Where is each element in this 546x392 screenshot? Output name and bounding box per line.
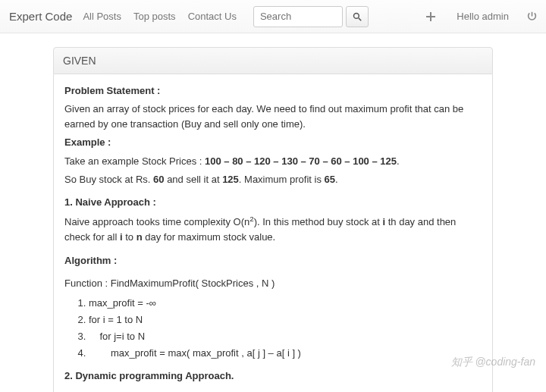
example-line: Take an example Stock Prices : 100 – 80 … bbox=[64, 154, 482, 169]
nav-contact[interactable]: Contact Us bbox=[188, 11, 237, 22]
nav-all-posts[interactable]: All Posts bbox=[83, 11, 121, 22]
function-signature: Function : FindMaximumProfit( StockPrice… bbox=[64, 276, 482, 291]
algo-step: max_profit = max( max_profit , a[ j ] – … bbox=[89, 346, 482, 361]
heading-naive: 1. Naive Approach : bbox=[64, 195, 482, 210]
nav-top-posts[interactable]: Top posts bbox=[133, 11, 176, 22]
brand[interactable]: Expert Code bbox=[9, 10, 72, 23]
naive-text: Naive approach tooks time complexity O(n… bbox=[64, 213, 482, 246]
heading-dp: 2. Dynamic programming Approach. bbox=[64, 368, 482, 384]
panel-body: Problem Statement : Given an array of st… bbox=[53, 74, 493, 392]
search-form bbox=[253, 6, 369, 27]
algorithm-steps-1: max_profit = -∞ for i = 1 to N for j=i t… bbox=[89, 296, 482, 362]
search-button[interactable] bbox=[346, 6, 369, 27]
heading-algorithm-1: Algorithm : bbox=[64, 253, 482, 268]
plus-icon bbox=[426, 12, 435, 21]
search-input[interactable] bbox=[253, 6, 343, 27]
panel-header: GIVEN bbox=[53, 47, 493, 74]
power-icon bbox=[527, 11, 537, 21]
heading-problem-statement: Problem Statement : bbox=[64, 83, 482, 99]
search-icon bbox=[353, 12, 362, 21]
svg-line-1 bbox=[359, 17, 361, 20]
logout-button[interactable] bbox=[527, 11, 537, 21]
problem-statement-text: Given an array of stock prices for each … bbox=[64, 102, 482, 132]
add-post-button[interactable] bbox=[426, 12, 435, 21]
algo-step: for j=i to N bbox=[89, 329, 482, 344]
example-result: So Buy stock at Rs. 60 and sell it at 12… bbox=[64, 172, 482, 187]
user-greeting[interactable]: Hello admin bbox=[457, 11, 509, 22]
example-values: 100 – 80 – 120 – 130 – 70 – 60 – 100 – 1… bbox=[205, 155, 397, 167]
algo-step: for i = 1 to N bbox=[89, 312, 482, 328]
algo-step: max_profit = -∞ bbox=[89, 296, 482, 311]
svg-point-0 bbox=[353, 13, 359, 18]
main-content: GIVEN Problem Statement : Given an array… bbox=[53, 47, 493, 392]
heading-example: Example : bbox=[64, 135, 482, 150]
navbar: Expert Code All Posts Top posts Contact … bbox=[0, 0, 546, 33]
